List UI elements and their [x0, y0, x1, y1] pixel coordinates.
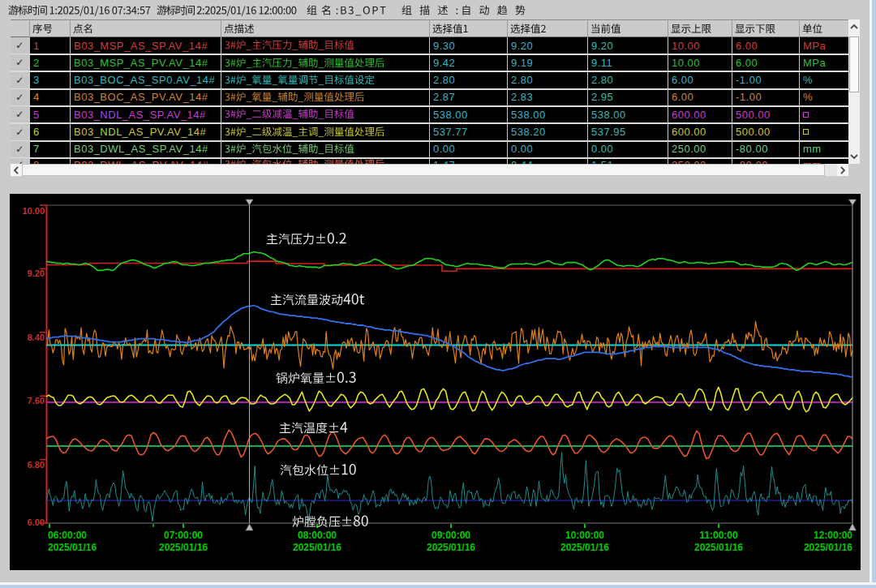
- table-horizontal-scrollbar[interactable]: [11, 164, 848, 176]
- unit: mm: [799, 158, 848, 164]
- scroll-up-icon[interactable]: [850, 24, 858, 30]
- row-checkbox[interactable]: ✓: [11, 54, 29, 71]
- table-row[interactable]: ✓8B03_DWL_AS_PV.AV_14#1.470.441.51250.00…: [11, 158, 848, 164]
- column-header[interactable]: [587, 20, 668, 38]
- point-name: B03_MSP_AS_PV.AV_14#: [70, 54, 221, 71]
- display-upper-limit: 6.00: [668, 72, 732, 88]
- unit: [799, 106, 848, 122]
- scroll-down-icon[interactable]: [850, 153, 858, 160]
- trend-chart-panel[interactable]: 10.009.208.407.606.806.0006:00:002025/01…: [10, 194, 861, 570]
- column-header[interactable]: [507, 20, 587, 38]
- row-number: 8: [29, 158, 70, 164]
- cursor-handle[interactable]: [246, 524, 253, 530]
- point-description-text: [225, 126, 384, 139]
- table-row[interactable]: ✓7B03_DWL_AS_SP.AV_14#0.000.000.00250.00…: [11, 141, 848, 159]
- column-header-label: [32, 22, 53, 36]
- point-description: [221, 158, 429, 164]
- selected-value-2: 0.44: [507, 158, 587, 164]
- y-tick-label: 8.40: [28, 333, 45, 342]
- column-header[interactable]: [429, 20, 507, 38]
- display-upper-limit: 250.00: [668, 158, 732, 164]
- trace-annotation: 主汽压力±0.2: [267, 233, 346, 244]
- row-number: 6: [29, 124, 70, 140]
- point-name: B03_DWL_AS_PV.AV_14#: [70, 158, 221, 164]
- cursor1-time-label: [8, 4, 151, 19]
- point-name: B03_DWL_AS_SP.AV_14#: [70, 141, 221, 157]
- current-value: 2.95: [587, 89, 668, 105]
- column-header[interactable]: [29, 20, 70, 38]
- vertical-scroll-thumb[interactable]: [849, 36, 859, 92]
- column-header[interactable]: [70, 20, 221, 38]
- point-description: [221, 141, 429, 157]
- display-lower-limit: 500.00: [732, 106, 799, 122]
- column-header-label: [432, 22, 469, 36]
- table-row[interactable]: ✓3B03_BOC_AS_SP0.AV_14#2.802.802.806.00-…: [11, 72, 848, 90]
- column-header[interactable]: [799, 20, 848, 38]
- selected-value-1: 1.47: [429, 158, 507, 164]
- x-tick-time-label: 11:00:00: [699, 530, 738, 541]
- cursor2-time-label: [157, 4, 297, 19]
- column-header[interactable]: [668, 20, 732, 38]
- selected-value-1: 2.80: [429, 72, 507, 88]
- column-header-label: [802, 22, 822, 36]
- trend-chart[interactable]: 10.009.208.407.606.806.0006:00:002025/01…: [10, 194, 861, 570]
- point-description: [221, 72, 429, 88]
- row-number: 2: [29, 54, 70, 71]
- y-tick-label: 7.60: [28, 396, 45, 406]
- display-lower-limit: -1.00: [732, 72, 799, 88]
- point-description-text: [225, 74, 375, 87]
- selected-value-2: 2.83: [507, 89, 587, 105]
- row-checkbox[interactable]: ✓: [11, 37, 29, 54]
- selected-value-2: 2.80: [507, 72, 587, 88]
- horizontal-scroll-thumb[interactable]: [22, 164, 825, 176]
- table-row[interactable]: ✓4B03_BOC_AS_PV.AV_14#2.872.832.956.00-1…: [11, 89, 848, 107]
- display-upper-limit: 10.00: [668, 54, 732, 71]
- point-name: B03_NDL_AS_SP.AV_14#: [70, 106, 221, 122]
- trace-1: [46, 252, 852, 271]
- row-checkbox[interactable]: ✓: [11, 158, 29, 164]
- row-checkbox[interactable]: ✓: [11, 141, 29, 157]
- trace-annotation: 锅炉氧量±0.3: [276, 372, 355, 384]
- scroll-right-button[interactable]: [837, 164, 848, 176]
- y-tick-label: 6.00: [28, 517, 45, 527]
- display-lower-limit: -80.00: [732, 141, 799, 157]
- row-checkbox[interactable]: ✓: [11, 89, 29, 105]
- y-tick-label: 10.00: [22, 206, 45, 216]
- row-checkbox[interactable]: ✓: [11, 124, 29, 140]
- degree-unit-box: [803, 129, 809, 135]
- x-tick-time-label: 08:00:00: [298, 530, 337, 541]
- table-row[interactable]: ✓6B03_NDL_AS_PV.AV_14#537.77538.20537.95…: [11, 124, 848, 142]
- column-header[interactable]: [221, 20, 429, 38]
- unit: MPa: [799, 37, 848, 54]
- display-upper-limit: 600.00: [668, 106, 732, 122]
- row-checkbox[interactable]: ✓: [11, 72, 29, 88]
- display-lower-limit: -1.00: [732, 89, 799, 105]
- column-header-label: [735, 22, 775, 36]
- table-vertical-scrollbar[interactable]: [848, 19, 860, 164]
- display-upper-limit: 600.00: [668, 124, 732, 140]
- table-row[interactable]: ✓1B03_MSP_AS_SP.AV_14#9.309.209.2010.006…: [11, 37, 848, 55]
- column-header-label: [73, 22, 93, 36]
- point-name: B03_BOC_AS_SP0.AV_14#: [70, 72, 221, 88]
- column-header-label: [224, 22, 255, 36]
- row-checkbox[interactable]: ✓: [11, 106, 29, 122]
- cursor-handle[interactable]: [849, 200, 857, 205]
- x-tick-date-label: 2025/01/16: [694, 542, 743, 553]
- x-tick-time-label: 12:00:00: [814, 530, 852, 541]
- cursor-handle[interactable]: [246, 200, 253, 205]
- point-description: [221, 37, 429, 54]
- table-row[interactable]: ✓2B03_MSP_AS_PV.AV_14#9.429.199.1110.006…: [11, 54, 848, 72]
- current-value: 538.00: [587, 106, 668, 122]
- display-lower-limit: -80.00: [732, 158, 799, 164]
- window-frame-bottom: [0, 585, 876, 588]
- point-description-text: [225, 143, 354, 156]
- column-header[interactable]: [732, 20, 799, 38]
- scroll-left-button[interactable]: [11, 164, 22, 176]
- x-tick-date-label: 2025/01/16: [48, 542, 97, 553]
- unit: %: [799, 72, 848, 88]
- display-upper-limit: 10.00: [668, 37, 732, 54]
- point-description: [221, 106, 429, 122]
- trace-7: [46, 430, 852, 458]
- table-row[interactable]: ✓5B03_NDL_AS_SP.AV_14#538.00538.00538.00…: [11, 106, 848, 124]
- cursor-handle[interactable]: [849, 524, 857, 530]
